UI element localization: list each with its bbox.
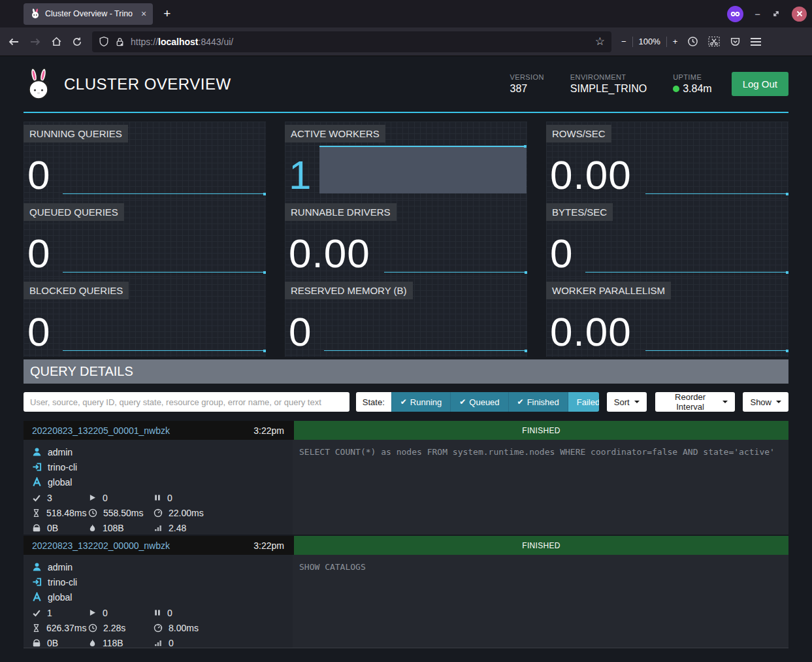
scale-icon (32, 638, 41, 648)
sparkline-dot (263, 350, 266, 352)
completed-splits: 1 (32, 605, 88, 620)
window-minimize-button[interactable]: − (755, 8, 760, 20)
check-icon: ✔ (400, 397, 407, 406)
separator (632, 37, 633, 47)
home-icon[interactable] (51, 36, 62, 47)
query-resource-group: global (32, 589, 293, 604)
state-filter-failed[interactable]: Failed (568, 392, 599, 412)
chevron-down-icon (776, 401, 781, 403)
sign-in-icon (32, 462, 42, 472)
current-memory: 0B (32, 635, 88, 650)
query-user: admin (32, 444, 293, 459)
reload-icon[interactable] (72, 37, 82, 47)
hourglass-icon (32, 623, 41, 633)
cumulative-memory: 0 (154, 635, 293, 650)
chevron-down-icon (634, 401, 640, 403)
query-id-link[interactable]: 20220823_132205_00001_nwbzk (32, 425, 170, 436)
window-restore-button[interactable] (771, 9, 781, 18)
private-browsing-icon (727, 6, 743, 22)
cumulative-memory: 2.48 (154, 520, 293, 535)
stat-label: RUNNABLE DRIVERS (285, 203, 397, 221)
clock-icon (88, 623, 97, 633)
scale-icon (32, 523, 41, 533)
play-icon (88, 493, 97, 502)
sparkline-dot (786, 350, 788, 352)
sparkline-dot (786, 193, 788, 195)
sort-button[interactable]: Sort (607, 392, 647, 412)
state-filter-finished[interactable]: ✔ Finished (508, 392, 568, 412)
url-bar[interactable]: https://localhost:8443/ui/ ☆ (92, 31, 611, 52)
stat-value: 0.00 (550, 313, 632, 352)
query-header-bar: 20220823_132205_00001_nwbzk 3:22pm (24, 421, 293, 440)
environment-meta: ENVIRONMENT SIMPLE_TRINO (570, 73, 647, 95)
stat-value: 0 (27, 156, 50, 195)
sparkline (645, 350, 788, 351)
reorder-interval-button[interactable]: Reorder Interval (655, 392, 736, 412)
version-meta: VERSION 387 (510, 73, 544, 95)
cluster-stats-grid: RUNNING QUERIES 0 ACTIVE WORKERS 1 ROWS/… (24, 122, 788, 357)
chevron-down-icon (723, 401, 728, 403)
stat-card-bytes-sec: BYTES/SEC 0 (546, 200, 788, 278)
state-filter-queued[interactable]: ✔ Queued (450, 392, 508, 412)
stat-label: ROWS/SEC (546, 125, 611, 142)
stat-card-blocked-queries: BLOCKED QUERIES 0 (24, 278, 266, 357)
status-badge: FINISHED (522, 541, 560, 550)
query-source: trino-cli (32, 459, 293, 474)
query-id-link[interactable]: 20220823_132202_00000_nwbzk (32, 540, 170, 551)
logout-button[interactable]: Log Out (732, 72, 788, 96)
stat-value: 1 (289, 156, 312, 195)
zoom-in-button[interactable]: + (673, 37, 678, 46)
stat-label: ACTIVE WORKERS (285, 125, 385, 142)
query-sql-text: SELECT COUNT(*) as nodes FROM system.run… (299, 447, 775, 457)
shield-icon[interactable] (99, 36, 109, 47)
check-icon (32, 608, 41, 618)
trino-favicon (30, 8, 41, 19)
query-row: 20220823_132202_00000_nwbzk 3:22pm FINIS… (24, 536, 788, 648)
query-search-input[interactable] (24, 392, 349, 412)
screenshot-scissors-icon[interactable] (708, 36, 720, 47)
bookmark-star-icon[interactable]: ☆ (595, 35, 605, 48)
query-source: trino-cli (32, 574, 293, 589)
new-tab-button[interactable]: + (163, 7, 171, 21)
current-memory: 0B (32, 520, 88, 535)
stat-value: 0 (27, 313, 50, 352)
stat-value: 0 (550, 235, 573, 273)
pocket-icon[interactable] (730, 36, 741, 47)
query-details-title: QUERY DETAILS (30, 364, 133, 379)
history-clock-icon[interactable] (687, 36, 698, 47)
queued-splits: 0 (154, 490, 293, 505)
browser-tab[interactable]: Cluster Overview - Trino × (24, 3, 153, 25)
zoom-level[interactable]: 100% (639, 37, 660, 46)
state-filter-running[interactable]: ✔ Running (391, 392, 451, 412)
back-icon[interactable] (8, 37, 20, 47)
pause-icon (154, 608, 161, 617)
sparkline-area (319, 146, 527, 193)
trino-cluster-overview-page: CLUSTER OVERVIEW VERSION 387 ENVIRONMENT… (0, 56, 812, 662)
sparkline (63, 350, 265, 351)
lock-warning-icon[interactable] (115, 37, 125, 47)
state-filter-group: State: ✔ Running ✔ Queued ✔ Finished Fai… (356, 392, 599, 412)
stat-card-worker-parallelism: WORKER PARALLELISM 0.00 (546, 278, 788, 357)
wall-time: 626.37ms (32, 620, 88, 635)
check-icon: ✔ (517, 397, 524, 406)
forward-icon[interactable] (29, 37, 41, 47)
stat-value: 0.00 (550, 156, 632, 195)
gauge-icon (154, 623, 163, 633)
menu-hamburger-icon[interactable] (751, 38, 761, 46)
window-close-button[interactable] (792, 7, 807, 22)
stat-card-running-queries: RUNNING QUERIES 0 (24, 122, 266, 200)
tab-close-icon[interactable]: × (141, 8, 146, 19)
elapsed-time: 558.50ms (88, 505, 154, 520)
sparkline-dot (525, 350, 527, 352)
zoom-out-button[interactable]: − (621, 37, 626, 46)
query-sql-text: SHOW CATALOGS (299, 562, 366, 572)
sparkline (63, 193, 265, 194)
hourglass-icon (32, 508, 41, 518)
running-splits: 0 (88, 490, 154, 505)
stat-label: BLOCKED QUERIES (24, 282, 129, 299)
stat-label: QUEUED QUERIES (24, 203, 124, 221)
sparkline-dot (263, 271, 266, 274)
sparkline-dot (524, 145, 527, 148)
query-header-bar: 20220823_132202_00000_nwbzk 3:22pm (24, 536, 293, 555)
show-button[interactable]: Show (743, 392, 788, 412)
